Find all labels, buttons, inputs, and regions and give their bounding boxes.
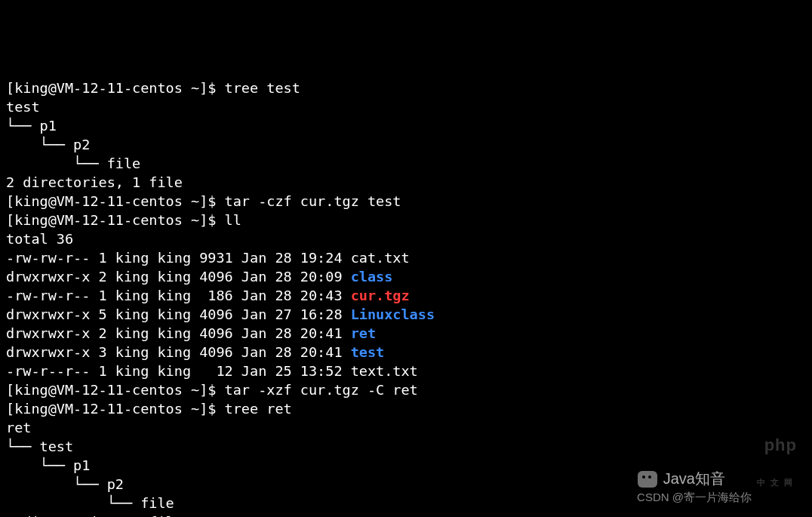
terminal-line: └── file <box>6 494 806 512</box>
terminal-line: └── p1 <box>6 456 806 475</box>
terminal-line: drwxrwxr-x 3 king king 4096 Jan 28 20:41… <box>6 343 806 362</box>
terminal-line: total 36 <box>6 229 806 248</box>
terminal-line: -rw-rw-r-- 1 king king 186 Jan 28 20:43 … <box>6 286 806 305</box>
terminal-line: 2 directories, 1 file <box>6 173 806 192</box>
terminal-line: [king@VM-12-11-centos ~]$ tar -czf cur.t… <box>6 192 806 211</box>
terminal-line: [king@VM-12-11-centos ~]$ tree ret <box>6 399 806 418</box>
terminal-output: [king@VM-12-11-centos ~]$ tree testtest└… <box>6 78 806 517</box>
terminal-line: ret <box>6 418 806 437</box>
terminal-line: [king@VM-12-11-centos ~]$ tree test <box>6 78 806 97</box>
terminal-line: └── p2 <box>6 135 806 154</box>
terminal-line: └── p2 <box>6 475 806 494</box>
terminal-line: └── test <box>6 437 806 456</box>
terminal-line: -rw-r--r-- 1 king king 12 Jan 25 13:52 t… <box>6 362 806 380</box>
terminal-line: └── p1 <box>6 116 806 135</box>
terminal-line: -rw-rw-r-- 1 king king 9931 Jan 28 19:24… <box>6 248 806 267</box>
terminal-line: drwxrwxr-x 2 king king 4096 Jan 28 20:09… <box>6 267 806 286</box>
terminal-line: [king@VM-12-11-centos ~]$ tar -xzf cur.t… <box>6 380 806 399</box>
terminal-line: 3 directories, 1 file <box>6 512 806 517</box>
terminal-line: drwxrwxr-x 5 king king 4096 Jan 27 16:28… <box>6 305 806 324</box>
terminal-line: [king@VM-12-11-centos ~]$ ll <box>6 211 806 229</box>
terminal-line: drwxrwxr-x 2 king king 4096 Jan 28 20:41… <box>6 324 806 343</box>
terminal-line: test <box>6 97 806 116</box>
terminal-line: └── file <box>6 154 806 173</box>
